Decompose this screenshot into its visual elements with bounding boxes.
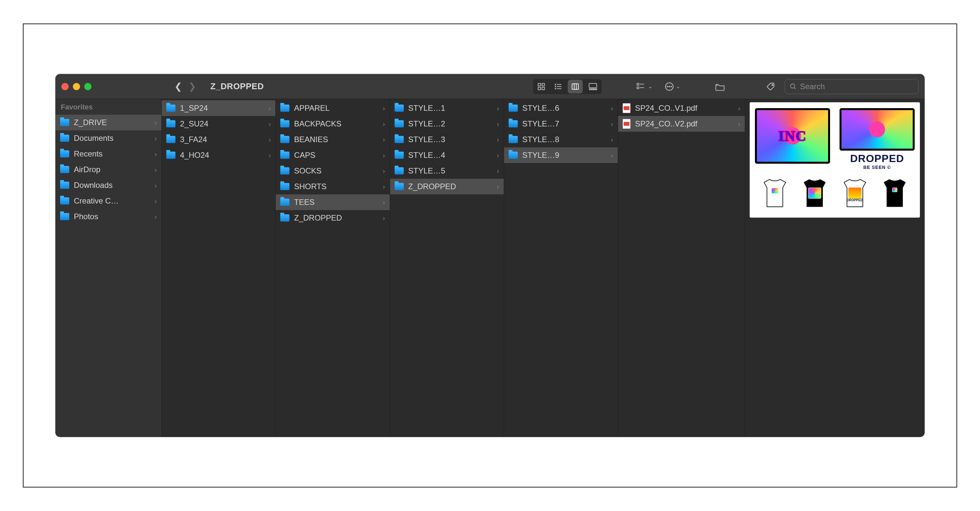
chevron-right-icon: › <box>269 151 271 159</box>
folder-icon <box>280 167 290 175</box>
folder-item[interactable]: STYLE…5› <box>390 163 504 179</box>
preview-tee-1 <box>757 175 793 211</box>
folder-item[interactable]: CAPS› <box>276 147 390 163</box>
sidebar-item-label: Photos <box>74 212 98 221</box>
search-field[interactable] <box>785 79 919 94</box>
chevron-right-icon: › <box>383 183 385 191</box>
svg-point-23 <box>667 86 668 87</box>
folder-item[interactable]: 1_SP24› <box>162 100 275 116</box>
chevron-right-icon: › <box>154 119 157 126</box>
preview-tee-3-label: DROPPED <box>847 199 863 202</box>
search-input[interactable] <box>800 82 914 91</box>
folder-item[interactable]: BACKPACKS› <box>276 116 390 132</box>
tag-icon <box>766 82 775 91</box>
column-browser: 1_SP24›2_SU24›3_FA24›4_HO24› APPAREL›BAC… <box>162 99 924 437</box>
close-window-button[interactable] <box>61 83 68 90</box>
forward-button[interactable]: ❯ <box>186 81 198 92</box>
folder-item[interactable]: SHORTS› <box>276 179 390 194</box>
svg-point-7 <box>555 84 556 84</box>
item-label: STYLE…4 <box>408 151 445 160</box>
folder-icon <box>395 183 404 190</box>
minimize-window-button[interactable] <box>73 83 80 90</box>
new-folder-icon <box>715 82 725 91</box>
folder-icon <box>280 105 290 112</box>
folder-icon <box>395 136 404 143</box>
sidebar-item[interactable]: Recents› <box>56 146 161 162</box>
folder-icon <box>280 120 290 127</box>
item-label: SOCKS <box>294 166 321 175</box>
icon-view-button[interactable] <box>534 80 549 94</box>
chevron-right-icon: › <box>154 197 157 205</box>
folder-icon <box>60 181 69 189</box>
new-folder-button[interactable] <box>711 80 729 94</box>
back-button[interactable]: ❮ <box>172 81 184 92</box>
sidebar-item[interactable]: Z_DRIVE› <box>56 115 161 131</box>
folder-item[interactable]: STYLE…9› <box>504 147 618 163</box>
file-item[interactable]: SP24_CO..V2.pdf› <box>618 116 745 132</box>
column-2: APPAREL›BACKPACKS›BEANIES›CAPS›SOCKS›SHO… <box>276 99 390 437</box>
item-label: SP24_CO..V2.pdf <box>635 119 697 128</box>
folder-item[interactable]: APPAREL› <box>276 100 390 116</box>
folder-item[interactable]: STYLE…3› <box>390 132 504 147</box>
svg-point-29 <box>791 84 795 88</box>
gallery-icon <box>588 82 598 91</box>
folder-item[interactable]: STYLE…8› <box>504 132 618 147</box>
preview-tee-row: DROPPED <box>755 175 915 211</box>
preview-thumbnail: INC DROPPED BE SEEN © <box>750 102 920 218</box>
gallery-view-button[interactable] <box>585 80 601 94</box>
sidebar-item[interactable]: AirDrop› <box>56 162 161 177</box>
folder-item[interactable]: 2_SU24› <box>162 116 275 132</box>
chevron-right-icon: › <box>383 214 385 222</box>
chevron-right-icon: › <box>497 105 499 112</box>
folder-item[interactable]: TEES› <box>276 194 390 210</box>
chevron-right-icon: › <box>383 199 385 206</box>
folder-icon <box>395 167 404 175</box>
preview-logo-1: INC <box>755 108 830 164</box>
folder-icon <box>60 119 69 126</box>
window-body: Favorites Z_DRIVE›Documents›Recents›AirD… <box>56 99 924 437</box>
chevron-right-icon: › <box>611 151 613 159</box>
folder-item[interactable]: 3_FA24› <box>162 132 275 147</box>
item-label: 3_FA24 <box>180 135 207 144</box>
item-label: STYLE…5 <box>408 166 445 175</box>
folder-icon <box>280 199 290 206</box>
action-menu-button[interactable]: ⌄ <box>662 80 683 94</box>
folder-item[interactable]: SOCKS› <box>276 163 390 179</box>
folder-item[interactable]: STYLE…4› <box>390 147 504 163</box>
folder-item[interactable]: STYLE…6› <box>504 100 618 116</box>
folder-icon <box>60 150 69 158</box>
folder-item[interactable]: Z_DROPPED› <box>276 210 390 226</box>
svg-line-30 <box>794 87 796 89</box>
chevron-right-icon: › <box>154 181 157 189</box>
sidebar-item[interactable]: Downloads› <box>56 177 161 193</box>
sidebar-item[interactable]: Photos› <box>56 209 161 224</box>
fullscreen-window-button[interactable] <box>84 83 91 90</box>
item-label: 1_SP24 <box>180 103 208 113</box>
folder-item[interactable]: 4_HO24› <box>162 147 275 163</box>
item-label: 4_HO24 <box>180 151 209 160</box>
group-by-button[interactable]: ⌄ <box>633 80 655 94</box>
svg-point-9 <box>555 88 556 89</box>
sidebar-item[interactable]: Creative C…› <box>56 193 161 209</box>
chevron-right-icon: › <box>269 120 271 128</box>
chevron-right-icon: › <box>154 166 157 174</box>
tags-button[interactable] <box>763 80 779 94</box>
folder-item[interactable]: STYLE…7› <box>504 116 618 132</box>
svg-rect-19 <box>637 87 639 89</box>
item-label: STYLE…6 <box>522 103 559 113</box>
column-view-button[interactable] <box>568 80 583 94</box>
file-item[interactable]: SP24_CO..V1.pdf› <box>618 100 745 116</box>
folder-item[interactable]: BEANIES› <box>276 132 390 147</box>
column-1: 1_SP24›2_SU24›3_FA24›4_HO24› <box>162 99 276 437</box>
sidebar-item[interactable]: Documents› <box>56 131 161 146</box>
window-controls <box>61 83 91 90</box>
item-label: TEES <box>294 198 315 207</box>
list-view-button[interactable] <box>551 80 566 94</box>
preview-dropped-label: DROPPED <box>850 153 904 165</box>
folder-item[interactable]: STYLE…2› <box>390 116 504 132</box>
folder-icon <box>280 136 290 143</box>
folder-item[interactable]: Z_DROPPED› <box>390 179 504 194</box>
folder-icon <box>509 120 518 127</box>
folder-item[interactable]: STYLE…1› <box>390 100 504 116</box>
nav-arrows: ❮ ❯ Z_DROPPED <box>172 81 264 92</box>
